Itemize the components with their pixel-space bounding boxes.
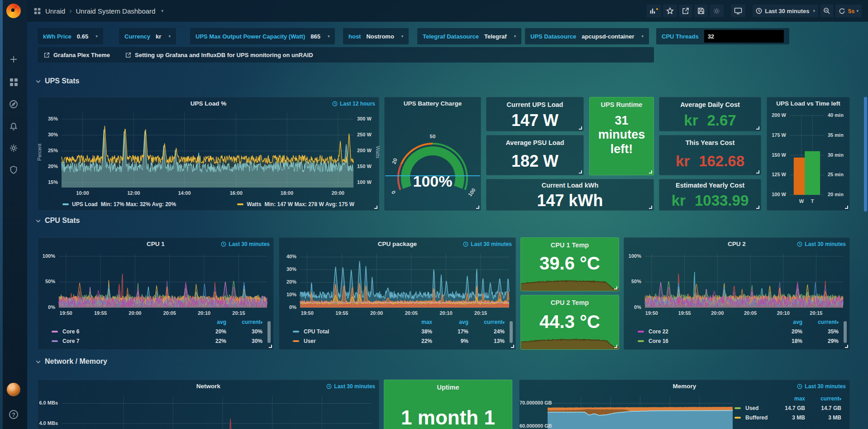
legend-item-ups-load[interactable]: UPS Load Min: 17% Max: 32% Avg: 20%: [62, 201, 176, 207]
legend-scrollbar[interactable]: [844, 321, 847, 343]
legend-column-current[interactable]: current▾: [805, 395, 841, 402]
legend-column-max[interactable]: max: [396, 319, 432, 325]
cpu-threads-input[interactable]: [704, 30, 784, 43]
star-button[interactable]: [663, 5, 677, 17]
panel-time-range[interactable]: Last 12 hours: [332, 101, 375, 107]
section-ups-stats[interactable]: UPS Stats: [35, 77, 79, 85]
legend-series-name[interactable]: Core 6: [52, 328, 190, 335]
panel-title[interactable]: Average Daily Cost: [661, 101, 759, 108]
panel-title[interactable]: UPS Runtime: [591, 101, 652, 108]
section-cpu-stats[interactable]: CPU Stats: [35, 217, 80, 225]
legend-series-name[interactable]: CPU Total: [293, 328, 396, 335]
panel-resize-handle[interactable]: [511, 345, 514, 348]
legend-column-max[interactable]: max: [769, 395, 805, 402]
variable-telegraf-datasource[interactable]: Telegraf Datasource Telegraf▾: [417, 28, 521, 44]
link-ups-monitoring-guide[interactable]: Setting up Grafana and InfluxDB for UPS …: [125, 52, 313, 58]
legend-scrollbar[interactable]: [267, 321, 271, 343]
panel-resize-handle[interactable]: [614, 286, 617, 289]
legend-item-watts[interactable]: Watts Min: 147 W Max: 278 W Avg: 175 W: [237, 201, 354, 207]
panel-resize-handle[interactable]: [845, 345, 848, 348]
variable-host[interactable]: host Nostromo▾: [343, 28, 409, 44]
panel-time-range[interactable]: Last 30 minutes: [326, 383, 375, 390]
legend-value: 35%: [802, 328, 839, 335]
panel-title[interactable]: UPS Load vs Time left: [770, 100, 847, 107]
panel-title[interactable]: Current UPS Load: [488, 101, 582, 108]
settings-gear-button[interactable]: [710, 5, 724, 17]
y-axis-tick-right: 35 min: [828, 132, 844, 138]
variable-kwh-price[interactable]: kWh Price 0.65▾: [38, 28, 103, 44]
panel-title[interactable]: Uptime: [386, 384, 510, 391]
create-plus-icon[interactable]: [0, 51, 27, 67]
help-icon[interactable]: ?: [0, 406, 27, 423]
legend-series-name[interactable]: Used: [734, 405, 769, 411]
legend-column-avg[interactable]: avg: [766, 319, 802, 325]
add-panel-button[interactable]: [647, 5, 661, 17]
panel-resize-handle[interactable]: [845, 206, 848, 209]
panel-time-range[interactable]: Last 30 minutes: [797, 383, 846, 390]
x-axis-tick: 20:10: [770, 310, 797, 316]
kiosk-tv-button[interactable]: [731, 5, 745, 17]
panel-resize-handle[interactable]: [649, 206, 652, 209]
legend-column-current[interactable]: current▾: [226, 319, 262, 325]
panel-title[interactable]: CPU 2 Temp: [523, 299, 617, 306]
page-scrollbar-thumb[interactable]: [864, 97, 867, 212]
panel-resize-handle[interactable]: [756, 170, 759, 174]
legend-value: 17%: [432, 328, 468, 335]
variable-ups-datasource[interactable]: UPS Datasource apcupsd-container▾: [525, 28, 649, 44]
panel-title[interactable]: Memory: [538, 383, 831, 390]
panel-resize-handle[interactable]: [614, 345, 617, 348]
legend-series-name[interactable]: Core 22: [638, 328, 766, 335]
panel-resize-handle[interactable]: [579, 170, 582, 174]
legend-series-name[interactable]: Buffered: [734, 415, 769, 421]
legend-column-current[interactable]: current▾: [468, 319, 505, 325]
legend-series-name[interactable]: User: [293, 338, 396, 344]
panel-time-range[interactable]: Last 30 minutes: [463, 241, 512, 247]
panel-title[interactable]: CPU 1 Temp: [523, 241, 617, 249]
alerting-bell-icon[interactable]: [0, 118, 27, 135]
configuration-gear-icon[interactable]: [0, 140, 27, 156]
variable-label: host: [348, 33, 361, 40]
panel-title[interactable]: UPS Battery Charge: [388, 100, 477, 107]
panel-title[interactable]: This Years Cost: [661, 139, 759, 146]
share-button[interactable]: [679, 5, 692, 17]
legend-series-name[interactable]: Core 16: [638, 338, 766, 344]
admin-shield-icon[interactable]: [0, 162, 27, 178]
panel-title[interactable]: UPS Load %: [56, 100, 361, 107]
variable-ups-max-output[interactable]: UPS Max Output Power Capacity (Watt) 865…: [190, 28, 335, 44]
link-grafana-plex-theme[interactable]: Grafana Plex Theme: [44, 52, 110, 58]
legend-series-name[interactable]: Core 7: [52, 338, 190, 344]
dashboard-dropdown-caret[interactable]: ▾: [161, 9, 163, 13]
panel-time-range[interactable]: Last 30 minutes: [797, 241, 846, 247]
explore-compass-icon[interactable]: [0, 96, 27, 112]
grafana-logo[interactable]: [6, 4, 21, 18]
panel-title[interactable]: Average PSU Load: [488, 139, 582, 146]
legend-column-current[interactable]: current▾: [802, 319, 839, 325]
user-avatar[interactable]: [7, 383, 20, 396]
zoom-out-button[interactable]: [820, 5, 834, 17]
panel-time-range[interactable]: Last 30 minutes: [221, 241, 270, 247]
panel-resize-handle[interactable]: [269, 345, 272, 348]
section-network-memory[interactable]: Network / Memory: [35, 357, 107, 366]
x-axis-tick: 20:05: [737, 310, 764, 316]
legend-scrollbar[interactable]: [510, 321, 513, 343]
refresh-button[interactable]: 5s ▾: [835, 5, 862, 17]
time-range-picker[interactable]: Last 30 minutes ▾: [753, 5, 818, 17]
cpu2-temp-sparkline: [521, 333, 619, 349]
panel-resize-handle[interactable]: [756, 126, 759, 130]
dashboard-links-row: Grafana Plex Theme Setting up Grafana an…: [38, 47, 654, 63]
breadcrumb-folder[interactable]: Unraid: [45, 7, 65, 15]
variable-currency[interactable]: Currency kr▾: [119, 28, 176, 44]
panel-title[interactable]: Current Load kWh: [488, 182, 652, 189]
panel-title[interactable]: Estimated Yearly Cost: [661, 182, 759, 189]
panel-resize-handle[interactable]: [649, 170, 652, 174]
dashboards-icon[interactable]: [0, 74, 27, 90]
legend-column-avg[interactable]: avg: [190, 319, 226, 325]
save-button[interactable]: [694, 5, 708, 17]
panel-title[interactable]: Network: [56, 383, 361, 390]
panel-resize-handle[interactable]: [579, 126, 582, 130]
panel-resize-handle[interactable]: [756, 206, 759, 209]
x-axis-tick: 19:55: [87, 310, 114, 316]
breadcrumb-dashboard[interactable]: Unraid System Dashboard: [76, 7, 156, 15]
legend-column-avg[interactable]: avg: [432, 319, 468, 325]
panel-resize-handle[interactable]: [374, 206, 377, 209]
